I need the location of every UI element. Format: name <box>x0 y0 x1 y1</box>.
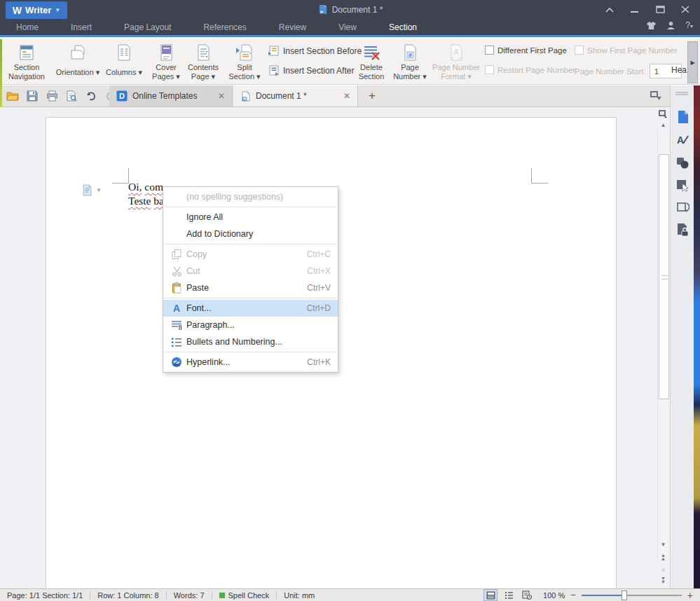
scrollbar-grip <box>661 275 668 279</box>
scrollbar-track[interactable] <box>657 130 669 558</box>
document-canvas[interactable]: ▼ Oi, com Teste ba (no spelling suggesti… <box>0 107 670 588</box>
close-tab-icon[interactable]: ✕ <box>343 91 350 101</box>
status-word-count[interactable]: Words: 7 <box>167 589 212 601</box>
menu-item-copy: Copy Ctrl+C <box>163 246 338 263</box>
button-label: Contents <box>188 63 219 72</box>
clipped-header-group-label: Hea <box>671 66 687 75</box>
sidebar-navigation-pane-button[interactable] <box>674 109 691 125</box>
contents-page-button[interactable]: Contents Page ▾ <box>184 42 223 83</box>
status-unit[interactable]: Unit: mm <box>277 589 322 601</box>
section-navigation-button[interactable]: Section Navigation <box>4 42 49 83</box>
app-name: Writer <box>25 5 51 15</box>
zoom-in-button[interactable]: + <box>687 590 693 601</box>
menu-home[interactable]: Home <box>6 18 48 36</box>
outline-view-button[interactable] <box>502 590 515 600</box>
print-preview-button[interactable] <box>63 88 80 104</box>
ruler-toggle-icon <box>658 109 668 119</box>
menu-insert[interactable]: Insert <box>61 18 102 36</box>
zoom-slider[interactable] <box>582 595 682 596</box>
menu-item-bullets-numbering[interactable]: Bullets and Numbering... <box>163 333 338 350</box>
open-button[interactable] <box>4 88 21 104</box>
status-spell-check[interactable]: Spell Check <box>212 589 277 601</box>
previous-page-button[interactable]: ▲▲ <box>657 552 669 562</box>
close-tab-icon[interactable]: ✕ <box>218 91 225 101</box>
button-label: Page ▾ <box>191 72 215 81</box>
tab-document-1[interactable]: W Document 1 * ✕ <box>233 85 358 106</box>
templates-icon: D <box>116 90 128 102</box>
insert-section-before-button[interactable]: Insert Section Before <box>268 45 362 57</box>
insert-section-after-button[interactable]: Insert Section After <box>268 64 354 76</box>
account-person-icon[interactable] <box>666 21 675 30</box>
printer-icon <box>46 90 58 102</box>
delete-section-button[interactable]: Delete Section <box>353 42 390 83</box>
sidebar-styles-button[interactable]: A <box>674 132 691 148</box>
status-row-column[interactable]: Row: 1 Column: 8 <box>90 589 165 601</box>
columns-button[interactable]: Columns ▾ <box>104 42 144 83</box>
page-number-start-field: Page Number Start: <box>575 64 682 78</box>
section-mark-button[interactable]: ▼ <box>81 184 102 196</box>
zoom-slider-handle[interactable] <box>622 590 627 600</box>
close-button[interactable] <box>676 2 694 18</box>
orientation-button[interactable]: Orientation ▾ <box>53 42 102 83</box>
split-section-button[interactable]: Split Section ▾ <box>224 42 265 83</box>
zoom-out-button[interactable]: − <box>570 590 576 600</box>
sidebar-protect-button[interactable] <box>674 221 691 238</box>
document-icon: W <box>240 91 251 102</box>
menu-item-paste[interactable]: Paste Ctrl+V <box>163 279 338 296</box>
sidebar-rotate-button[interactable] <box>674 199 691 216</box>
ribbon-scroll-right-button[interactable]: ▶ <box>687 41 698 83</box>
status-page-section[interactable]: Page: 1/1 Section: 1/1 <box>0 589 90 601</box>
cover-pages-button[interactable]: Cover Pages ▾ <box>147 42 185 83</box>
web-layout-view-button[interactable] <box>521 590 533 600</box>
tab-online-templates[interactable]: D Online Templates ✕ <box>109 85 233 106</box>
app-logo-button[interactable]: W Writer ▼ <box>6 1 67 19</box>
writer-logo-icon: W <box>13 5 22 16</box>
page-number-format-button[interactable]: A Page Number Format ▾ <box>430 42 482 83</box>
minimize-button[interactable] <box>626 2 644 18</box>
menu-references[interactable]: References <box>193 18 256 36</box>
status-bar-right: 100 % − + <box>484 590 700 601</box>
task-window-toggle-button[interactable] <box>649 90 663 105</box>
page-number-start-label: Page Number Start: <box>575 67 646 76</box>
desktop-wallpaper-strip <box>694 85 700 601</box>
scroll-down-button[interactable]: ▼ <box>657 539 669 549</box>
tab-label: Online Templates <box>132 91 198 101</box>
right-task-sidebar: A <box>670 85 694 588</box>
vertical-scrollbar[interactable]: ▲ ▼ ▲▲ ○ ▼▼ <box>657 107 670 588</box>
menu-item-hyperlink[interactable]: Hyperlink... Ctrl+K <box>163 354 338 371</box>
collapse-ribbon-button[interactable] <box>601 2 619 18</box>
select-browse-object-button[interactable]: ○ <box>657 565 669 574</box>
save-button[interactable] <box>24 88 41 104</box>
menu-item-add-to-dictionary[interactable]: Add to Dictionary <box>163 226 338 242</box>
scrollbar-thumb[interactable] <box>659 154 669 399</box>
panel-toggle-icon <box>649 90 663 102</box>
sidebar-select-button[interactable] <box>674 177 691 193</box>
page-number-button[interactable]: # Page Number ▾ <box>390 42 430 83</box>
section-page-icon <box>81 184 93 196</box>
menu-review[interactable]: Review <box>269 18 316 36</box>
new-tab-button[interactable]: + <box>363 88 381 104</box>
document-text[interactable]: Oi, com Teste ba <box>128 180 164 208</box>
button-label: Navigation <box>8 72 45 81</box>
menu-section[interactable]: Section <box>379 18 427 36</box>
menu-item-paragraph[interactable]: Paragraph... <box>163 317 338 333</box>
next-page-button[interactable]: ▼▼ <box>657 575 669 585</box>
print-layout-view-button[interactable] <box>484 590 497 600</box>
different-first-page-checkbox[interactable]: Different First Page <box>485 46 567 55</box>
menu-page-layout[interactable]: Page Layout <box>114 18 181 36</box>
menu-item-ignore-all[interactable]: Ignore All <box>163 209 338 226</box>
bullets-numbering-icon <box>169 337 184 347</box>
scroll-up-button[interactable]: ▲ <box>657 120 669 130</box>
menu-item-font[interactable]: A Font... Ctrl+D <box>163 300 338 317</box>
tab-label: Document 1 * <box>256 91 307 101</box>
help-button[interactable]: ?▾ <box>685 20 693 30</box>
menu-view[interactable]: View <box>329 18 366 36</box>
sidebar-shapes-button[interactable] <box>674 154 691 171</box>
rotate-icon <box>675 200 689 214</box>
skin-shirt-icon[interactable] <box>646 21 657 30</box>
status-bar: Page: 1/1 Section: 1/1 Row: 1 Column: 8 … <box>0 588 700 601</box>
maximize-button[interactable] <box>651 2 669 18</box>
print-button[interactable] <box>43 88 60 104</box>
undo-button[interactable] <box>83 88 99 104</box>
sidebar-drag-handle[interactable] <box>675 92 688 95</box>
